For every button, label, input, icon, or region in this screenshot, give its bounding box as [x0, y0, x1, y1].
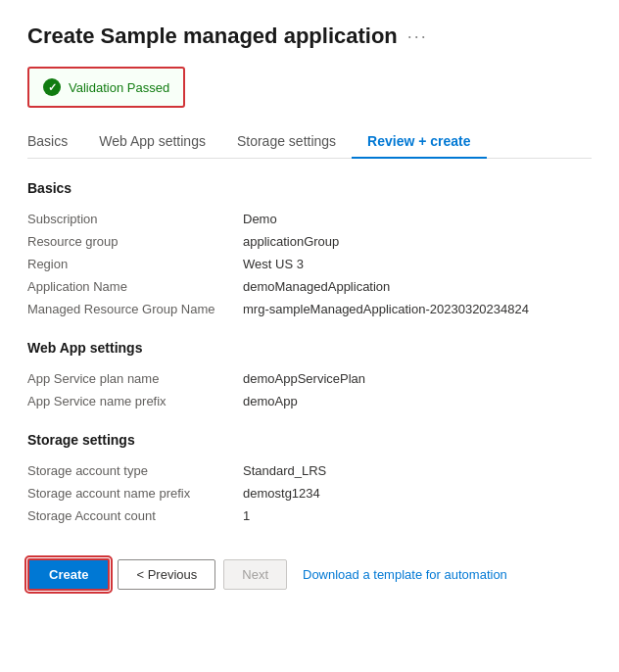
table-row: Storage account type Standard_LRS	[27, 459, 592, 482]
storage-count-value: 1	[243, 504, 592, 527]
table-row: Application Name demoManagedApplication	[27, 275, 592, 298]
basics-table: Subscription Demo Resource group applica…	[27, 208, 592, 320]
validation-banner: Validation Passed	[27, 67, 185, 108]
storage-prefix-label: Storage account name prefix	[27, 482, 243, 504]
webapp-section-title: Web App settings	[27, 340, 592, 356]
managed-rg-label: Managed Resource Group Name	[27, 298, 243, 320]
application-name-label: Application Name	[27, 275, 243, 298]
download-template-link[interactable]: Download a template for automation	[303, 567, 507, 582]
region-label: Region	[27, 253, 243, 275]
tab-bar: Basics Web App settings Storage settings…	[27, 125, 592, 159]
basics-section-title: Basics	[27, 180, 592, 196]
table-row: Subscription Demo	[27, 208, 592, 230]
storage-table: Storage account type Standard_LRS Storag…	[27, 459, 592, 527]
storage-type-label: Storage account type	[27, 459, 243, 482]
table-row: Storage account name prefix demostg1234	[27, 482, 592, 504]
app-service-prefix-label: App Service name prefix	[27, 390, 243, 412]
page-title-text: Create Sample managed application	[27, 24, 398, 49]
storage-type-value: Standard_LRS	[243, 459, 592, 482]
tab-webapp-settings[interactable]: Web App settings	[83, 125, 221, 159]
webapp-table: App Service plan name demoAppServicePlan…	[27, 367, 592, 412]
table-row: App Service name prefix demoApp	[27, 390, 592, 412]
next-button: Next	[223, 559, 287, 590]
table-row: Storage Account count 1	[27, 504, 592, 527]
page-title: Create Sample managed application ···	[27, 24, 592, 49]
footer-buttons: Create < Previous Next Download a templa…	[27, 558, 592, 591]
app-service-plan-label: App Service plan name	[27, 367, 243, 390]
table-row: App Service plan name demoAppServicePlan	[27, 367, 592, 390]
app-service-plan-value: demoAppServicePlan	[243, 367, 592, 390]
previous-button[interactable]: < Previous	[118, 559, 215, 590]
tab-basics[interactable]: Basics	[27, 125, 83, 159]
tab-storage-settings[interactable]: Storage settings	[221, 125, 352, 159]
create-button[interactable]: Create	[27, 558, 110, 591]
storage-count-label: Storage Account count	[27, 504, 243, 527]
application-name-value: demoManagedApplication	[243, 275, 592, 298]
tab-review-create[interactable]: Review + create	[352, 125, 486, 159]
page-title-dots: ···	[407, 26, 428, 47]
resource-group-label: Resource group	[27, 230, 243, 253]
table-row: Region West US 3	[27, 253, 592, 275]
validation-check-icon	[43, 78, 61, 96]
storage-prefix-value: demostg1234	[243, 482, 592, 504]
managed-rg-value: mrg-sampleManagedApplication-20230320234…	[243, 298, 592, 320]
storage-section-title: Storage settings	[27, 432, 592, 448]
validation-text: Validation Passed	[69, 80, 169, 95]
table-row: Managed Resource Group Name mrg-sampleMa…	[27, 298, 592, 320]
table-row: Resource group applicationGroup	[27, 230, 592, 253]
region-value: West US 3	[243, 253, 592, 275]
subscription-value: Demo	[243, 208, 592, 230]
resource-group-value: applicationGroup	[243, 230, 592, 253]
subscription-label: Subscription	[27, 208, 243, 230]
app-service-prefix-value: demoApp	[243, 390, 592, 412]
